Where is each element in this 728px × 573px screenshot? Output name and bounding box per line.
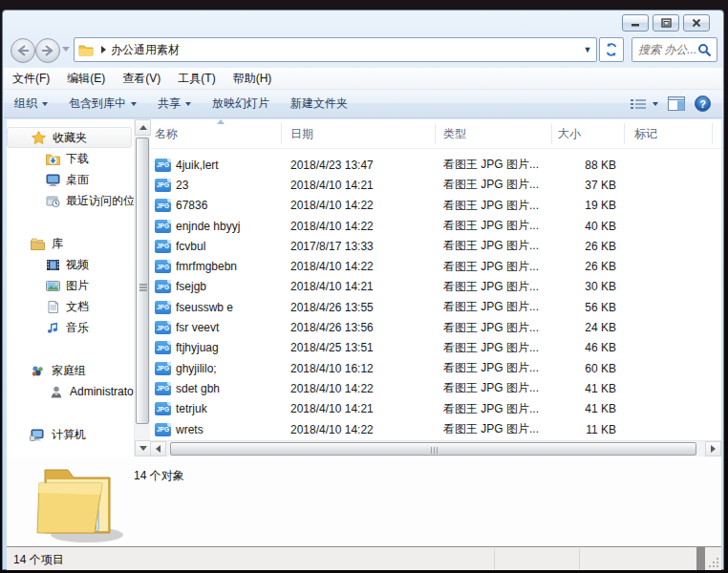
- file-size: 46 KB: [552, 341, 625, 354]
- file-name: fmrfmgbebn: [176, 260, 237, 273]
- address-dropdown-icon[interactable]: ▼: [579, 45, 596, 54]
- resize-grip[interactable]: [709, 558, 718, 567]
- column-header[interactable]: 名称: [150, 123, 282, 144]
- items-count: 14 个项目: [13, 552, 64, 568]
- file-row[interactable]: JPGfseusswb e2018/4/26 13:55看图王 JPG 图片..…: [150, 297, 721, 317]
- file-row[interactable]: JPGfcvbul2017/8/17 13:33看图王 JPG 图片...26 …: [150, 236, 721, 256]
- refresh-button[interactable]: [599, 37, 624, 62]
- file-list: 名称日期类型大小标记 JPG4juik,lert2018/4/23 13:47看…: [150, 119, 721, 456]
- toolbar-button[interactable]: 放映幻灯片: [202, 96, 280, 112]
- file-name: enjnde hbyyj: [176, 220, 240, 233]
- file-row[interactable]: JPGftjhyjuag2018/4/25 13:51看图王 JPG 图片...…: [150, 338, 721, 358]
- column-header[interactable]: 标记: [625, 123, 713, 144]
- menu-item[interactable]: 查看(V): [114, 71, 169, 87]
- scroll-left-button[interactable]: [150, 441, 166, 456]
- toolbar-button[interactable]: 新建文件夹: [280, 96, 358, 112]
- sidebar-group-header[interactable]: 库: [7, 233, 134, 254]
- homegroup-icon: [30, 363, 45, 378]
- sidebar-item[interactable]: 最近访问的位置: [7, 190, 134, 211]
- column-header[interactable]: 大小: [552, 123, 625, 144]
- file-name: wrets: [176, 423, 203, 436]
- window-controls: [622, 14, 710, 32]
- file-name: fseusswb e: [176, 301, 233, 314]
- scroll-right-button[interactable]: [705, 441, 721, 456]
- recent-pages-dropdown[interactable]: [62, 47, 70, 52]
- sidebar-item[interactable]: 图片: [7, 275, 134, 296]
- status-block: [696, 547, 705, 570]
- file-name: 67836: [176, 199, 207, 212]
- search-icon[interactable]: [697, 43, 712, 57]
- help-button[interactable]: ?: [695, 96, 711, 112]
- horizontal-scrollbar[interactable]: [150, 440, 721, 456]
- file-size: 56 KB: [552, 301, 625, 314]
- file-row[interactable]: JPG232018/4/10 14:21看图王 JPG 图片...37 KB: [150, 175, 721, 195]
- toolbar-button[interactable]: 包含到库中: [58, 96, 147, 112]
- documents-icon: [45, 299, 60, 314]
- file-row[interactable]: JPG4juik,lert2018/4/23 13:47看图王 JPG 图片..…: [150, 155, 721, 175]
- scrollbar-thumb[interactable]: [136, 138, 149, 424]
- file-name: fsr veevt: [176, 321, 219, 334]
- change-view-button[interactable]: [630, 97, 658, 111]
- file-row[interactable]: JPG678362018/4/10 14:22看图王 JPG 图片...19 K…: [150, 196, 721, 216]
- file-row[interactable]: JPGfsejgb2018/4/10 14:21看图王 JPG 图片...30 …: [150, 277, 721, 297]
- menu-item[interactable]: 工具(T): [169, 71, 224, 87]
- column-header[interactable]: 日期: [282, 123, 436, 144]
- search-input[interactable]: [632, 43, 697, 56]
- sidebar-scrollbar[interactable]: [134, 119, 150, 456]
- menu-item[interactable]: 帮助(H): [225, 71, 281, 87]
- column-header[interactable]: 类型: [436, 123, 552, 144]
- sidebar-group: 收藏夹下载桌面最近访问的位置: [7, 127, 134, 211]
- sidebar-item[interactable]: 音乐: [7, 317, 134, 338]
- scroll-right-icon: [711, 445, 716, 453]
- close-button[interactable]: [683, 14, 710, 32]
- file-size: 41 KB: [552, 402, 625, 415]
- navigation-bar: 办公通用素材 ▼: [3, 35, 723, 68]
- menu-item[interactable]: 文件(F): [4, 71, 58, 87]
- file-row[interactable]: JPGtetrjuk2018/4/10 14:21看图王 JPG 图片...41…: [150, 399, 721, 419]
- toolbar-button[interactable]: 共享: [147, 96, 202, 112]
- file-row[interactable]: JPGghyjililo;2018/4/10 16:12看图王 JPG 图片..…: [150, 358, 721, 378]
- search-box[interactable]: [632, 37, 717, 62]
- toolbar-button[interactable]: 组织: [4, 96, 58, 112]
- file-row[interactable]: JPGenjnde hbyyj2018/4/10 14:22看图王 JPG 图片…: [150, 216, 721, 236]
- scroll-down-button[interactable]: [135, 440, 151, 456]
- sidebar-item[interactable]: 下载: [7, 148, 134, 169]
- breadcrumb[interactable]: 办公通用素材: [111, 42, 579, 58]
- status-bar: 14 个项目: [7, 546, 721, 570]
- main-content: 收藏夹下载桌面最近访问的位置库视频图片文档音乐家庭组Administrator计…: [7, 119, 721, 456]
- sidebar-item[interactable]: 视频: [7, 254, 134, 275]
- jpg-file-icon: JPG: [155, 402, 171, 415]
- jpg-file-icon: JPG: [155, 199, 171, 212]
- file-row[interactable]: JPGsdet gbh2018/4/10 14:22看图王 JPG 图片...4…: [150, 378, 721, 398]
- sidebar-item-label: 视频: [66, 257, 89, 273]
- file-row[interactable]: JPGfsr veevt2018/4/26 13:56看图王 JPG 图片...…: [150, 317, 721, 337]
- sidebar-group-header[interactable]: 家庭组: [7, 360, 134, 381]
- user-icon: [49, 384, 64, 399]
- file-row[interactable]: JPGfmrfmgbebn2018/4/10 14:22看图王 JPG 图片..…: [150, 256, 721, 276]
- jpg-file-icon: JPG: [155, 159, 171, 172]
- address-bar[interactable]: 办公通用素材 ▼: [74, 37, 597, 62]
- sidebar-group-header[interactable]: 收藏夹: [7, 127, 132, 148]
- scroll-up-button[interactable]: [135, 119, 151, 136]
- preview-pane-icon: [668, 96, 685, 111]
- sidebar-item[interactable]: 文档: [7, 296, 134, 317]
- sidebar-item[interactable]: 桌面: [7, 169, 134, 190]
- breadcrumb-arrow-icon: [99, 45, 107, 54]
- sidebar-group-header[interactable]: 计算机: [7, 424, 134, 445]
- menu-item[interactable]: 编辑(E): [58, 71, 114, 87]
- back-button[interactable]: [11, 38, 35, 63]
- scroll-left-icon: [156, 445, 161, 453]
- refresh-icon: [604, 42, 619, 57]
- sidebar-item-label: Administrator: [70, 385, 134, 398]
- sidebar-item[interactable]: Administrator: [7, 381, 134, 402]
- preview-pane-button[interactable]: [668, 96, 685, 111]
- hscrollbar-thumb[interactable]: [170, 442, 696, 456]
- file-size: 19 KB: [552, 199, 625, 212]
- maximize-button[interactable]: [653, 14, 679, 32]
- sort-ascending-icon: [217, 119, 225, 124]
- forward-button[interactable]: [35, 38, 60, 63]
- minimize-button[interactable]: [622, 14, 649, 32]
- file-type: 看图王 JPG 图片...: [436, 259, 552, 275]
- file-row[interactable]: JPGwrets2018/4/10 14:22看图王 JPG 图片...11 K…: [150, 419, 721, 439]
- libraries-icon: [30, 236, 45, 251]
